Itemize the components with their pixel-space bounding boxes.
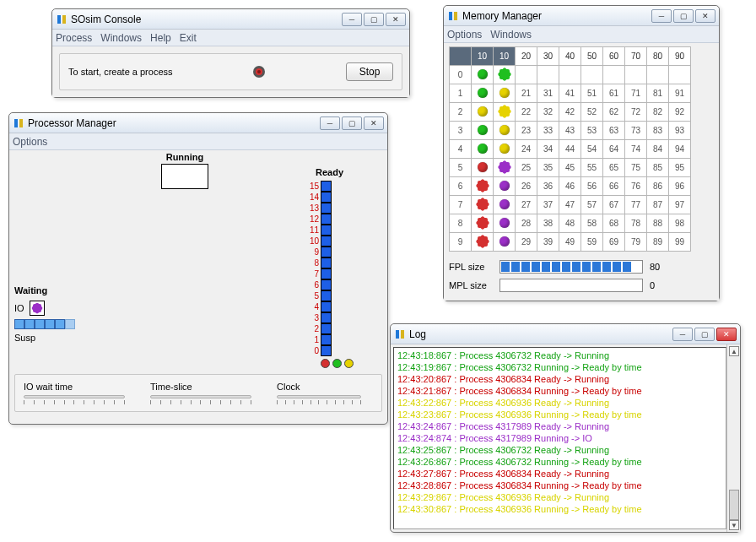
close-icon[interactable]: ✕ — [716, 328, 737, 341]
memory-cell[interactable]: 21 — [516, 84, 537, 103]
memory-cell[interactable]: 75 — [625, 159, 647, 177]
memory-cell[interactable] — [559, 66, 581, 84]
memory-process-cell[interactable] — [494, 122, 516, 140]
memory-cell[interactable]: 41 — [559, 84, 581, 103]
memory-process-cell[interactable] — [472, 122, 494, 140]
menu-options[interactable]: Options — [447, 29, 482, 41]
memory-process-cell[interactable] — [494, 84, 516, 103]
memory-cell[interactable]: 69 — [603, 233, 625, 252]
memory-cell[interactable]: 78 — [625, 214, 647, 233]
maximize-icon[interactable]: ▢ — [694, 328, 715, 341]
memory-process-cell[interactable] — [472, 66, 494, 84]
memory-process-cell[interactable] — [494, 214, 516, 233]
memory-cell[interactable]: 44 — [559, 140, 581, 159]
memory-cell[interactable] — [581, 66, 603, 84]
scroll-up-icon[interactable]: ▲ — [729, 346, 739, 356]
memory-cell[interactable]: 71 — [625, 84, 647, 103]
memory-cell[interactable]: 98 — [669, 214, 691, 233]
clock-slider[interactable] — [277, 395, 361, 398]
timeslice-slider[interactable] — [150, 395, 251, 398]
memory-cell[interactable]: 32 — [537, 103, 559, 122]
memory-cell[interactable]: 51 — [581, 84, 603, 103]
memory-cell[interactable]: 73 — [625, 122, 647, 140]
log-scrollbar[interactable]: ▲ ▼ — [726, 344, 740, 532]
memory-cell[interactable]: 81 — [647, 84, 669, 103]
memory-cell[interactable]: 45 — [559, 159, 581, 177]
memory-cell[interactable] — [625, 66, 647, 84]
memory-cell[interactable]: 38 — [537, 214, 559, 233]
memory-cell[interactable]: 29 — [516, 233, 537, 252]
memory-cell[interactable]: 57 — [581, 196, 603, 214]
memory-cell[interactable]: 24 — [516, 140, 537, 159]
memory-cell[interactable]: 87 — [647, 196, 669, 214]
memory-cell[interactable]: 31 — [537, 84, 559, 103]
memory-process-cell[interactable] — [494, 233, 516, 252]
memory-cell[interactable] — [603, 66, 625, 84]
menu-windows[interactable]: Windows — [100, 32, 142, 44]
memory-cell[interactable]: 22 — [516, 103, 537, 122]
memory-process-cell[interactable] — [472, 140, 494, 159]
scroll-thumb[interactable] — [729, 490, 739, 520]
memory-cell[interactable]: 27 — [516, 196, 537, 214]
memory-cell[interactable]: 42 — [559, 103, 581, 122]
console-titlebar[interactable]: SOsim Console ─ ▢ ✕ — [52, 9, 409, 30]
minimize-icon[interactable]: ─ — [651, 9, 672, 23]
memory-cell[interactable]: 89 — [647, 233, 669, 252]
memory-cell[interactable]: 64 — [603, 140, 625, 159]
memory-process-cell[interactable] — [494, 196, 516, 214]
memory-process-cell[interactable] — [472, 84, 494, 103]
memory-cell[interactable]: 26 — [516, 177, 537, 196]
menu-windows[interactable]: Windows — [490, 29, 532, 41]
memory-cell[interactable]: 96 — [669, 177, 691, 196]
memory-titlebar[interactable]: Memory Manager ─ ▢ ✕ — [444, 6, 719, 26]
memory-cell[interactable]: 65 — [603, 159, 625, 177]
memory-cell[interactable]: 34 — [537, 140, 559, 159]
memory-cell[interactable] — [537, 66, 559, 84]
memory-cell[interactable]: 62 — [603, 103, 625, 122]
maximize-icon[interactable]: ▢ — [364, 13, 384, 26]
menu-exit[interactable]: Exit — [180, 32, 197, 44]
memory-cell[interactable]: 63 — [603, 122, 625, 140]
memory-cell[interactable]: 74 — [625, 140, 647, 159]
memory-cell[interactable]: 94 — [669, 140, 691, 159]
memory-process-cell[interactable] — [472, 177, 494, 196]
memory-cell[interactable]: 67 — [603, 196, 625, 214]
menu-options[interactable]: Options — [13, 136, 47, 148]
memory-process-cell[interactable] — [472, 233, 494, 252]
memory-cell[interactable]: 97 — [669, 196, 691, 214]
memory-cell[interactable]: 53 — [581, 122, 603, 140]
maximize-icon[interactable]: ▢ — [673, 9, 694, 23]
memory-process-cell[interactable] — [472, 159, 494, 177]
memory-cell[interactable]: 91 — [669, 84, 691, 103]
close-icon[interactable]: ✕ — [364, 117, 384, 130]
memory-cell[interactable] — [516, 66, 537, 84]
memory-cell[interactable]: 52 — [581, 103, 603, 122]
memory-process-cell[interactable] — [494, 140, 516, 159]
memory-cell[interactable]: 93 — [669, 122, 691, 140]
memory-cell[interactable]: 25 — [516, 159, 537, 177]
processor-titlebar[interactable]: Processor Manager ─ ▢ ✕ — [9, 113, 387, 133]
minimize-icon[interactable]: ─ — [342, 13, 362, 26]
memory-cell[interactable]: 28 — [516, 214, 537, 233]
maximize-icon[interactable]: ▢ — [342, 117, 362, 130]
memory-cell[interactable]: 56 — [581, 177, 603, 196]
memory-cell[interactable]: 55 — [581, 159, 603, 177]
memory-cell[interactable]: 33 — [537, 122, 559, 140]
memory-cell[interactable] — [669, 66, 691, 84]
scroll-down-icon[interactable]: ▼ — [729, 520, 739, 530]
memory-cell[interactable]: 84 — [647, 140, 669, 159]
memory-cell[interactable]: 59 — [581, 233, 603, 252]
memory-cell[interactable]: 54 — [581, 140, 603, 159]
menu-help[interactable]: Help — [150, 32, 171, 44]
minimize-icon[interactable]: ─ — [672, 328, 693, 341]
memory-cell[interactable]: 48 — [559, 214, 581, 233]
memory-cell[interactable]: 76 — [625, 177, 647, 196]
memory-process-cell[interactable] — [472, 196, 494, 214]
memory-process-cell[interactable] — [494, 177, 516, 196]
memory-cell[interactable]: 39 — [537, 233, 559, 252]
close-icon[interactable]: ✕ — [386, 13, 406, 26]
memory-process-cell[interactable] — [472, 103, 494, 122]
memory-process-cell[interactable] — [494, 66, 516, 84]
memory-cell[interactable]: 86 — [647, 177, 669, 196]
memory-cell[interactable]: 79 — [625, 233, 647, 252]
